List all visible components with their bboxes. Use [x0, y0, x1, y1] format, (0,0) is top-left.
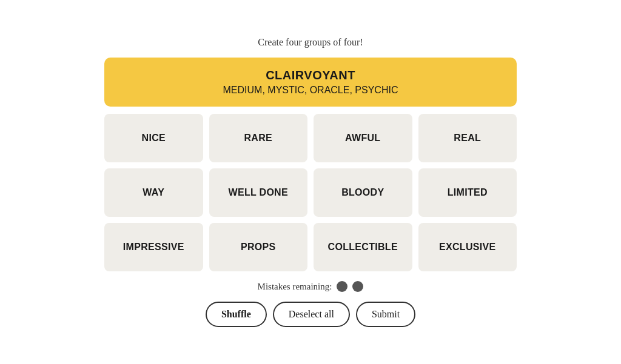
tile-limited[interactable]: LIMITED	[418, 168, 517, 217]
tile-nice[interactable]: NICE	[104, 114, 203, 162]
tile-exclusive[interactable]: EXCLUSIVE	[418, 223, 517, 271]
tile-label-nice: NICE	[142, 133, 166, 144]
tile-label-collectible: COLLECTIBLE	[328, 242, 398, 253]
tile-label-impressive: IMPRESSIVE	[123, 242, 184, 253]
tile-label-awful: AWFUL	[345, 133, 380, 144]
deselect-all-button[interactable]: Deselect all	[273, 302, 350, 327]
tile-impressive[interactable]: IMPRESSIVE	[104, 223, 203, 271]
tile-label-exclusive: EXCLUSIVE	[439, 242, 495, 253]
game-container: Create four groups of four! CLAIRVOYANT …	[104, 37, 517, 327]
tile-label-way: WAY	[143, 187, 164, 198]
submit-button[interactable]: Submit	[356, 302, 415, 327]
subtitle: Create four groups of four!	[258, 37, 363, 48]
solved-group-words: MEDIUM, MYSTIC, ORACLE, PSYCHIC	[116, 85, 505, 96]
tile-label-well-done: WELL DONE	[229, 187, 288, 198]
tile-label-rare: RARE	[244, 133, 272, 144]
tile-bloody[interactable]: BLOODY	[314, 168, 412, 217]
mistake-dot-1	[337, 281, 347, 292]
shuffle-button[interactable]: Shuffle	[206, 302, 267, 327]
tile-label-props: PROPS	[241, 242, 276, 253]
solved-group: CLAIRVOYANT MEDIUM, MYSTIC, ORACLE, PSYC…	[104, 58, 517, 107]
tile-real[interactable]: REAL	[418, 114, 517, 162]
tile-props[interactable]: PROPS	[209, 223, 308, 271]
tile-label-real: REAL	[454, 133, 481, 144]
tile-way[interactable]: WAY	[104, 168, 203, 217]
tile-label-limited: LIMITED	[448, 187, 488, 198]
tile-awful[interactable]: AWFUL	[314, 114, 412, 162]
mistake-dot-2	[352, 281, 363, 292]
mistakes-label: Mistakes remaining:	[258, 282, 332, 292]
buttons-row: Shuffle Deselect all Submit	[206, 302, 415, 327]
solved-group-title: CLAIRVOYANT	[116, 68, 505, 82]
tile-well-done[interactable]: WELL DONE	[209, 168, 308, 217]
mistakes-row: Mistakes remaining:	[258, 281, 364, 292]
tile-label-bloody: BLOODY	[341, 187, 384, 198]
tiles-grid: NICERAREAWFULREALWAYWELL DONEBLOODYLIMIT…	[104, 114, 517, 271]
tile-collectible[interactable]: COLLECTIBLE	[314, 223, 412, 271]
tile-rare[interactable]: RARE	[209, 114, 308, 162]
